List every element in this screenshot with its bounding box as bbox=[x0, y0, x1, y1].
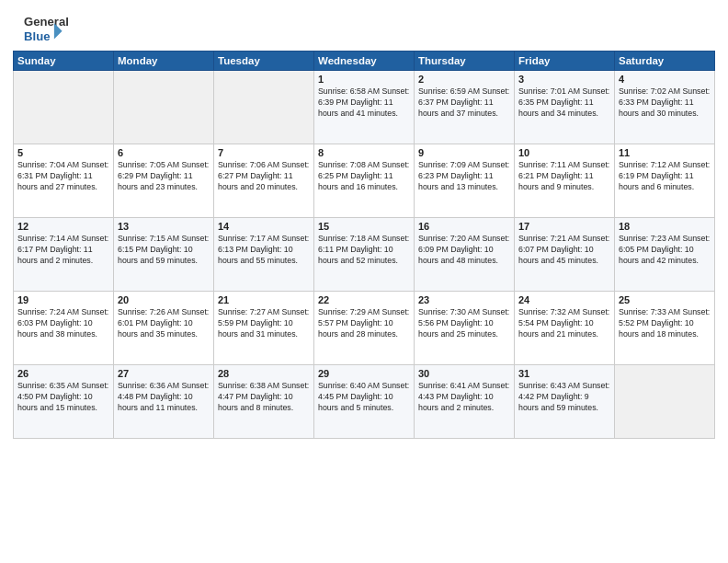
day-number: 23 bbox=[418, 294, 510, 305]
calendar-week-row: 5Sunrise: 7:04 AM Sunset: 6:31 PM Daylig… bbox=[14, 144, 715, 218]
day-number: 19 bbox=[17, 294, 109, 305]
calendar-week-row: 19Sunrise: 7:24 AM Sunset: 6:03 PM Dayli… bbox=[14, 292, 715, 365]
cell-info: Sunrise: 7:33 AM Sunset: 5:52 PM Dayligh… bbox=[619, 307, 711, 340]
cell-info: Sunrise: 7:17 AM Sunset: 6:13 PM Dayligh… bbox=[218, 234, 310, 267]
calendar-cell: 8Sunrise: 7:08 AM Sunset: 6:25 PM Daylig… bbox=[314, 144, 415, 218]
day-number: 12 bbox=[17, 221, 109, 232]
day-number: 8 bbox=[318, 147, 410, 158]
cell-info: Sunrise: 6:59 AM Sunset: 6:37 PM Dayligh… bbox=[418, 86, 510, 120]
cell-info: Sunrise: 7:21 AM Sunset: 6:07 PM Dayligh… bbox=[518, 234, 610, 267]
calendar-week-row: 1Sunrise: 6:58 AM Sunset: 6:39 PM Daylig… bbox=[14, 71, 715, 144]
calendar-cell: 26Sunrise: 6:35 AM Sunset: 4:50 PM Dayli… bbox=[14, 365, 114, 439]
cell-info: Sunrise: 7:06 AM Sunset: 6:27 PM Dayligh… bbox=[218, 160, 310, 193]
cell-info: Sunrise: 7:18 AM Sunset: 6:11 PM Dayligh… bbox=[318, 234, 410, 267]
weekday-header: Friday bbox=[515, 52, 615, 71]
cell-info: Sunrise: 6:38 AM Sunset: 4:47 PM Dayligh… bbox=[218, 381, 310, 414]
cell-info: Sunrise: 7:20 AM Sunset: 6:09 PM Dayligh… bbox=[418, 234, 510, 267]
weekday-header: Monday bbox=[114, 52, 214, 71]
day-number: 25 bbox=[619, 294, 711, 305]
calendar-cell: 10Sunrise: 7:11 AM Sunset: 6:21 PM Dayli… bbox=[515, 144, 615, 218]
cell-info: Sunrise: 7:30 AM Sunset: 5:56 PM Dayligh… bbox=[418, 307, 510, 340]
day-number: 11 bbox=[619, 147, 711, 158]
day-number: 26 bbox=[17, 368, 109, 379]
page-container: GeneralBlue SundayMondayTuesdayWednesday… bbox=[0, 0, 728, 446]
day-number: 2 bbox=[418, 74, 510, 85]
weekday-header: Thursday bbox=[415, 52, 515, 71]
calendar-cell: 22Sunrise: 7:29 AM Sunset: 5:57 PM Dayli… bbox=[314, 292, 415, 365]
weekday-header: Wednesday bbox=[314, 52, 415, 71]
calendar-cell: 25Sunrise: 7:33 AM Sunset: 5:52 PM Dayli… bbox=[615, 292, 715, 365]
cell-info: Sunrise: 7:29 AM Sunset: 5:57 PM Dayligh… bbox=[318, 307, 410, 340]
day-number: 22 bbox=[318, 294, 410, 305]
cell-info: Sunrise: 6:43 AM Sunset: 4:42 PM Dayligh… bbox=[518, 381, 610, 414]
calendar-cell: 15Sunrise: 7:18 AM Sunset: 6:11 PM Dayli… bbox=[314, 218, 415, 292]
cell-info: Sunrise: 7:23 AM Sunset: 6:05 PM Dayligh… bbox=[619, 234, 711, 267]
calendar-cell: 16Sunrise: 7:20 AM Sunset: 6:09 PM Dayli… bbox=[415, 218, 515, 292]
cell-info: Sunrise: 7:26 AM Sunset: 6:01 PM Dayligh… bbox=[118, 307, 210, 340]
svg-text:Blue: Blue bbox=[24, 29, 50, 43]
day-number: 27 bbox=[118, 368, 210, 379]
calendar-cell: 12Sunrise: 7:14 AM Sunset: 6:17 PM Dayli… bbox=[14, 218, 114, 292]
calendar-cell: 2Sunrise: 6:59 AM Sunset: 6:37 PM Daylig… bbox=[415, 71, 515, 144]
weekday-header: Sunday bbox=[14, 52, 114, 71]
calendar-cell: 11Sunrise: 7:12 AM Sunset: 6:19 PM Dayli… bbox=[615, 144, 715, 218]
day-number: 18 bbox=[619, 221, 711, 232]
logo: GeneralBlue bbox=[13, 13, 79, 45]
calendar-week-row: 12Sunrise: 7:14 AM Sunset: 6:17 PM Dayli… bbox=[14, 218, 715, 292]
cell-info: Sunrise: 6:36 AM Sunset: 4:48 PM Dayligh… bbox=[118, 381, 210, 414]
cell-info: Sunrise: 7:02 AM Sunset: 6:33 PM Dayligh… bbox=[619, 86, 711, 120]
day-number: 1 bbox=[318, 74, 410, 85]
day-number: 3 bbox=[518, 74, 610, 85]
day-number: 13 bbox=[118, 221, 210, 232]
calendar-cell: 19Sunrise: 7:24 AM Sunset: 6:03 PM Dayli… bbox=[14, 292, 114, 365]
calendar-cell: 29Sunrise: 6:40 AM Sunset: 4:45 PM Dayli… bbox=[314, 365, 415, 439]
cell-info: Sunrise: 7:32 AM Sunset: 5:54 PM Dayligh… bbox=[518, 307, 610, 340]
calendar-cell: 24Sunrise: 7:32 AM Sunset: 5:54 PM Dayli… bbox=[515, 292, 615, 365]
day-number: 28 bbox=[218, 368, 310, 379]
day-number: 29 bbox=[318, 368, 410, 379]
day-number: 10 bbox=[518, 147, 610, 158]
cell-info: Sunrise: 6:40 AM Sunset: 4:45 PM Dayligh… bbox=[318, 381, 410, 414]
day-number: 9 bbox=[418, 147, 510, 158]
calendar-cell bbox=[114, 71, 214, 144]
day-number: 20 bbox=[118, 294, 210, 305]
cell-info: Sunrise: 7:09 AM Sunset: 6:23 PM Dayligh… bbox=[418, 160, 510, 193]
day-number: 4 bbox=[619, 74, 711, 85]
calendar-cell bbox=[615, 365, 715, 439]
day-number: 15 bbox=[318, 221, 410, 232]
cell-info: Sunrise: 7:04 AM Sunset: 6:31 PM Dayligh… bbox=[17, 160, 109, 193]
day-number: 24 bbox=[518, 294, 610, 305]
calendar-cell bbox=[214, 71, 314, 144]
cell-info: Sunrise: 6:41 AM Sunset: 4:43 PM Dayligh… bbox=[418, 381, 510, 414]
day-number: 30 bbox=[418, 368, 510, 379]
day-number: 31 bbox=[518, 368, 610, 379]
calendar-cell: 4Sunrise: 7:02 AM Sunset: 6:33 PM Daylig… bbox=[615, 71, 715, 144]
calendar-cell: 13Sunrise: 7:15 AM Sunset: 6:15 PM Dayli… bbox=[114, 218, 214, 292]
weekday-header: Tuesday bbox=[214, 52, 314, 71]
calendar-cell: 9Sunrise: 7:09 AM Sunset: 6:23 PM Daylig… bbox=[415, 144, 515, 218]
cell-info: Sunrise: 7:15 AM Sunset: 6:15 PM Dayligh… bbox=[118, 234, 210, 267]
cell-info: Sunrise: 7:27 AM Sunset: 5:59 PM Dayligh… bbox=[218, 307, 310, 340]
cell-info: Sunrise: 7:24 AM Sunset: 6:03 PM Dayligh… bbox=[17, 307, 109, 340]
day-number: 14 bbox=[218, 221, 310, 232]
day-number: 5 bbox=[17, 147, 109, 158]
calendar-cell bbox=[14, 71, 114, 144]
calendar-cell: 7Sunrise: 7:06 AM Sunset: 6:27 PM Daylig… bbox=[214, 144, 314, 218]
calendar-week-row: 26Sunrise: 6:35 AM Sunset: 4:50 PM Dayli… bbox=[14, 365, 715, 439]
weekday-header: Saturday bbox=[615, 52, 715, 71]
cell-info: Sunrise: 7:01 AM Sunset: 6:35 PM Dayligh… bbox=[518, 86, 610, 120]
day-number: 17 bbox=[518, 221, 610, 232]
logo-icon: GeneralBlue bbox=[13, 13, 77, 45]
cell-info: Sunrise: 7:12 AM Sunset: 6:19 PM Dayligh… bbox=[619, 160, 711, 193]
day-number: 21 bbox=[218, 294, 310, 305]
calendar-cell: 17Sunrise: 7:21 AM Sunset: 6:07 PM Dayli… bbox=[515, 218, 615, 292]
calendar-cell: 20Sunrise: 7:26 AM Sunset: 6:01 PM Dayli… bbox=[114, 292, 214, 365]
cell-info: Sunrise: 6:35 AM Sunset: 4:50 PM Dayligh… bbox=[17, 381, 109, 414]
day-number: 7 bbox=[218, 147, 310, 158]
cell-info: Sunrise: 7:14 AM Sunset: 6:17 PM Dayligh… bbox=[17, 234, 109, 267]
calendar-table: SundayMondayTuesdayWednesdayThursdayFrid… bbox=[13, 51, 715, 439]
calendar-cell: 23Sunrise: 7:30 AM Sunset: 5:56 PM Dayli… bbox=[415, 292, 515, 365]
calendar-cell: 14Sunrise: 7:17 AM Sunset: 6:13 PM Dayli… bbox=[214, 218, 314, 292]
weekday-header-row: SundayMondayTuesdayWednesdayThursdayFrid… bbox=[14, 52, 715, 71]
cell-info: Sunrise: 7:11 AM Sunset: 6:21 PM Dayligh… bbox=[518, 160, 610, 193]
